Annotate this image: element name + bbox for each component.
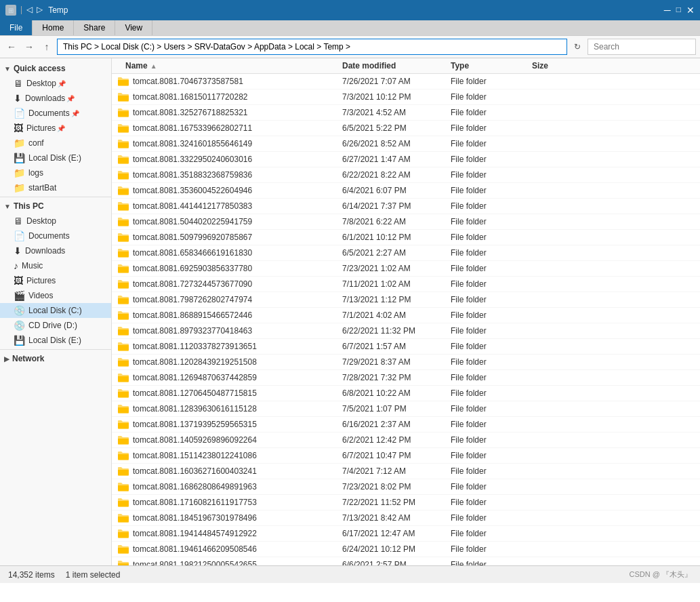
sidebar-item-conf[interactable]: 📁 conf [0,136,111,150]
sidebar-item-documents[interactable]: 📄 Documents 📌 [0,106,111,121]
table-row[interactable]: tomcat.8081.5044020225941759 7/8/2021 6:… [112,214,700,230]
folder-icon [117,340,129,353]
table-row[interactable]: tomcat.8081.12028439219251508 7/29/2021 … [112,355,700,370]
folder-icon [117,559,129,565]
table-row[interactable]: tomcat.8081.7273244573677090 7/11/2021 1… [112,277,700,292]
sidebar-item-downloads[interactable]: ⬇ Downloads 📌 [0,91,111,106]
table-row[interactable]: tomcat.8081.19821250005542655 6/6/2021 2… [112,557,700,565]
sidebar-item-logs[interactable]: 📁 logs [0,165,111,180]
table-row[interactable]: tomcat.8081.12706450487715815 6/8/2021 1… [112,386,700,401]
file-type-cell: File folder [451,388,532,398]
table-row[interactable]: tomcat.8081.70467373587581 7/26/2021 7:0… [112,74,700,89]
sidebar-item-startbat[interactable]: 📁 startBat [0,180,111,195]
minimize-button[interactable]: ─ [664,5,671,16]
tab-file[interactable]: File [0,20,33,35]
table-row[interactable]: tomcat.8081.16862808649891963 7/23/2021 … [112,479,700,495]
refresh-button[interactable]: ↻ [570,39,585,54]
file-name-text: tomcat.8081.8979323770418463 [133,326,252,336]
sidebar-item-cd-drive-d[interactable]: 💿 CD Drive (D:) [0,318,111,333]
sidebar-item-desktop[interactable]: 🖥 Desktop 📌 [0,76,111,91]
file-date-cell: 7/5/2021 1:07 PM [342,404,451,414]
search-input[interactable] [588,39,696,55]
sidebar-item-downloads-pc[interactable]: ⬇ Downloads [0,243,111,258]
table-row[interactable]: tomcat.8081.3518832368759836 6/22/2021 8… [112,167,700,183]
title-bar-forward-icon[interactable]: ▷ [37,5,43,16]
table-row[interactable]: tomcat.8081.168150117720282 7/3/2021 10:… [112,89,700,105]
sidebar-item-documents-pc[interactable]: 📄 Documents [0,228,111,243]
forward-button[interactable]: → [22,39,37,54]
file-name-text: tomcat.8081.7987262802747974 [133,295,252,304]
file-date-cell: 6/17/2021 12:47 AM [342,529,451,538]
sidebar-item-local-disk-e2[interactable]: 💾 Local Disk (E:) [0,333,111,348]
file-type-cell: File folder [451,310,532,320]
table-row[interactable]: tomcat.8081.11203378273913651 6/7/2021 1… [112,339,700,355]
file-name-text: tomcat.8081.11203378273913651 [133,342,257,351]
tab-home[interactable]: Home [33,20,74,35]
sidebar-item-music[interactable]: ♪ Music [0,258,111,273]
sidebar-item-desktop-pc[interactable]: 🖥 Desktop [0,214,111,228]
tab-share[interactable]: Share [74,20,115,35]
file-type-cell: File folder [451,248,532,258]
sidebar-section-network[interactable]: ▶ Network [0,351,111,366]
table-row[interactable]: tomcat.8081.6925903856337780 7/23/2021 1… [112,261,700,277]
table-row[interactable]: tomcat.8081.12839630616115128 7/5/2021 1… [112,401,700,417]
table-row[interactable]: tomcat.8081.14059269896092264 6/2/2021 1… [112,433,700,448]
sidebar-label-pictures: Pictures [26,123,56,133]
title-bar-back-icon[interactable]: ◁ [26,5,33,16]
logs-icon: 📁 [14,167,25,178]
col-header-name[interactable]: Name ▲ [112,61,342,71]
table-row[interactable]: tomcat.8081.6583466619161830 6/5/2021 2:… [112,245,700,261]
folder-icon [117,75,129,87]
folder-icon [117,122,129,134]
table-row[interactable]: tomcat.8081.12694870637442859 7/28/2021 … [112,370,700,386]
back-button[interactable]: ← [4,39,19,54]
folder-icon [117,481,129,493]
documents-pc-icon: 📄 [14,230,25,241]
col-header-date[interactable]: Date modified [342,61,451,71]
table-row[interactable]: tomcat.8081.3241601855646149 6/26/2021 8… [112,136,700,152]
address-input[interactable] [57,39,567,55]
sidebar-section-quick-access[interactable]: ▼ Quick access [0,61,111,76]
file-name-text: tomcat.8081.17160821611917753 [133,498,257,507]
downloads-icon: ⬇ [14,93,22,104]
table-row[interactable]: tomcat.8081.1675339662802711 6/5/2021 5:… [112,121,700,136]
file-date-cell: 6/1/2021 10:12 PM [342,233,451,242]
tab-view[interactable]: View [115,20,152,35]
file-name-cell: tomcat.8081.6583466619161830 [112,247,342,259]
sidebar-item-pictures[interactable]: 🖼 Pictures 📌 [0,121,111,136]
table-row[interactable]: tomcat.8081.7987262802747974 7/13/2021 1… [112,292,700,308]
table-row[interactable]: tomcat.8081.18451967301978496 7/13/2021 … [112,510,700,526]
file-name-cell: tomcat.8081.19461466209508546 [112,543,342,555]
table-row[interactable]: tomcat.8081.17160821611917753 7/22/2021 … [112,495,700,510]
table-row[interactable]: tomcat.8081.13719395259565315 6/16/2021 … [112,417,700,433]
file-name-cell: tomcat.8081.4414412177850383 [112,200,342,212]
title-bar-icons[interactable]: ⊞ | ◁ ▷ [5,5,43,16]
table-row[interactable]: tomcat.8081.325276718825321 7/3/2021 4:5… [112,105,700,121]
file-name-cell: tomcat.8081.325276718825321 [112,106,342,119]
up-button[interactable]: ↑ [39,39,54,54]
table-row[interactable]: tomcat.8081.16036271600403241 7/4/2021 7… [112,464,700,479]
table-row[interactable]: tomcat.8081.8688915466572446 7/1/2021 4:… [112,308,700,323]
table-row[interactable]: tomcat.8081.5097996920785867 6/1/2021 10… [112,230,700,245]
col-header-type[interactable]: Type [451,61,532,71]
folder-icon [117,216,129,228]
file-date-cell: 6/27/2021 1:47 AM [342,155,451,164]
window-icon[interactable]: ⊞ [5,5,16,16]
table-row[interactable]: tomcat.8081.3536004522604946 6/4/2021 6:… [112,183,700,199]
table-row[interactable]: tomcat.8081.15114238012241086 6/7/2021 1… [112,448,700,464]
sidebar-item-local-disk-c[interactable]: 💿 Local Disk (C:) [0,303,111,318]
sidebar-item-pictures-pc[interactable]: 🖼 Pictures [0,273,111,288]
maximize-button[interactable]: □ [676,5,681,16]
table-row[interactable]: tomcat.8081.19414484574912922 6/17/2021 … [112,526,700,542]
table-row[interactable]: tomcat.8081.19461466209508546 6/24/2021 … [112,542,700,557]
col-header-size[interactable]: Size [532,61,586,71]
table-row[interactable]: tomcat.8081.8979323770418463 6/22/2021 1… [112,323,700,339]
file-name-text: tomcat.8081.7273244573677090 [133,279,252,289]
table-row[interactable]: tomcat.8081.3322950240603016 6/27/2021 1… [112,152,700,167]
close-button[interactable]: ✕ [686,5,695,16]
sidebar-item-local-disk-e[interactable]: 💾 Local Disk (E:) [0,150,111,165]
sidebar: ▼ Quick access 🖥 Desktop 📌 ⬇ Downloads 📌… [0,58,112,565]
sidebar-section-this-pc[interactable]: ▼ This PC [0,199,111,214]
sidebar-item-videos[interactable]: 🎬 Videos [0,288,111,303]
table-row[interactable]: tomcat.8081.4414412177850383 6/14/2021 7… [112,199,700,214]
